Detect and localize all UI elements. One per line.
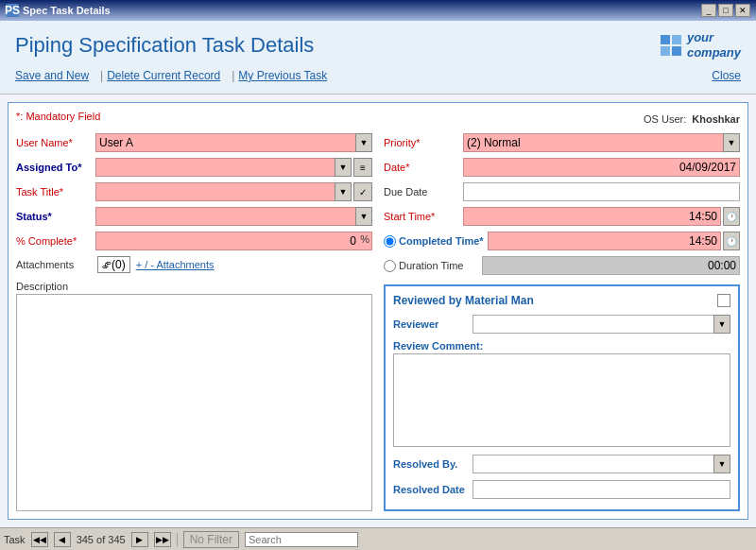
start-time-row: Start Time* 🕐 [384,207,740,226]
description-textarea[interactable] [16,294,372,511]
task-title-check-button[interactable]: ✓ [353,182,372,201]
priority-input[interactable] [463,133,740,152]
review-comment-textarea[interactable] [393,353,730,447]
attachments-row: Attachments 🖇(0) + / - Attachments [16,256,372,273]
reviewer-dropdown: ▼ [472,315,730,334]
reviewer-input[interactable] [472,315,730,334]
window-title: Spec Task Details [23,5,111,16]
close-button[interactable]: Close [712,69,741,82]
attach-count: 🖇(0) [97,256,130,273]
status-dropdown: ▼ [95,207,372,226]
os-user-value: Khoshkar [692,113,740,125]
duration-time-label: Duration Time [399,260,463,271]
duration-time-row: Duration Time [384,256,740,275]
header-area: Piping Specification Task Details yourco… [0,21,756,95]
user-name-input[interactable] [95,133,372,152]
form-area: *: Mandatory Field OS User: Khoshkar Use… [0,95,756,527]
duration-time-radio[interactable] [384,260,396,272]
attach-link[interactable]: + / - Attachments [136,259,215,270]
review-panel: Reviewed by Material Man Reviewer ▼ [384,284,740,511]
due-date-label: Due Date [384,186,459,198]
logo-cell-2 [672,35,681,44]
start-time-wrapper: 🕐 [463,207,740,226]
attachments-label: Attachments [16,259,92,270]
status-input[interactable] [95,207,372,226]
date-row: Date* [384,158,740,177]
status-row: Status* ▼ [16,207,372,226]
logo-cell-1 [661,35,670,44]
resolved-by-row: Resolved By. ▼ [393,455,730,473]
review-title-row: Reviewed by Material Man [393,294,730,307]
assigned-to-row: Assigned To* ▼ ≡ [16,158,372,177]
window-controls: _ □ ✕ [701,4,750,17]
status-label: Status* [16,211,92,222]
resolved-by-input[interactable] [472,455,730,473]
description-label: Description [16,281,372,292]
company-logo: yourcompany [661,30,741,60]
toolbar: Save and New | Delete Current Record | M… [15,67,741,88]
duration-time-wrapper [482,256,740,275]
due-date-row: Due Date [384,182,740,201]
app-icon: PS [6,4,19,17]
resolved-date-label: Resolved Date [393,484,469,495]
form-panel: *: Mandatory Field OS User: Khoshkar Use… [8,102,748,520]
logo-cell-3 [661,46,670,56]
completed-time-clock[interactable]: 🕐 [723,232,740,250]
completed-time-label: Completed Time* [399,235,484,247]
resolved-by-label: Resolved By. [393,458,469,470]
user-name-row: User Name* ▼ [16,133,372,152]
assigned-to-list-button[interactable]: ≡ [353,158,372,177]
review-comment-section: Review Comment: [393,340,730,447]
logo-grid [661,35,681,56]
date-label: Date* [384,162,459,173]
start-time-label: Start Time* [384,211,459,222]
task-title-row: Task Title* ▼ ✓ [16,182,372,201]
resolved-date-input[interactable] [472,480,730,499]
search-input[interactable] [245,532,358,547]
os-user-label: OS User: [644,113,686,125]
assigned-to-field: ▼ ≡ [95,158,372,177]
start-time-clock[interactable]: 🕐 [723,207,740,226]
duration-time-input[interactable] [482,256,740,275]
minimize-button[interactable]: _ [701,4,716,17]
maximize-button[interactable]: □ [718,4,733,17]
resolved-date-row: Resolved Date [393,480,730,499]
previous-task-button[interactable]: My Previous Task [238,67,335,84]
completed-time-input[interactable] [488,232,721,250]
delete-record-button[interactable]: Delete Current Record [107,67,228,84]
nav-last-button[interactable]: ▶▶ [154,532,171,547]
task-title-field: ▼ ✓ [95,182,372,201]
app-title: Piping Specification Task Details [15,33,314,58]
reviewed-checkbox[interactable] [717,294,730,307]
priority-dropdown: ▼ [463,133,740,152]
percent-complete-input[interactable] [95,232,372,250]
task-title-dropdown: ▼ [95,182,352,201]
priority-label: Priority* [384,137,459,148]
start-time-input[interactable] [463,207,721,226]
percent-complete-row: % Complete* % [16,232,372,250]
due-date-input[interactable] [463,182,740,201]
task-title-input[interactable] [95,182,352,201]
nav-prev-button[interactable]: ◀ [54,532,71,547]
completed-time-radio[interactable] [384,235,396,248]
completed-time-row: Completed Time* 🕐 [384,232,740,250]
completed-time-wrapper: 🕐 [488,232,740,250]
separator-1: | [100,69,103,82]
record-info: 345 of 345 [77,534,126,545]
priority-row: Priority* ▼ [384,133,740,152]
percent-complete-label: % Complete* [16,235,92,247]
date-input[interactable] [463,158,740,177]
percent-sign: % [360,233,369,245]
assigned-to-input[interactable] [95,158,352,177]
main-container: Piping Specification Task Details yourco… [0,21,756,550]
filter-button[interactable]: No Filter [183,531,239,548]
separator [177,533,178,546]
nav-next-button[interactable]: ▶ [131,532,148,547]
task-title-label: Task Title* [16,186,92,198]
nav-first-button[interactable]: ◀◀ [31,532,48,547]
percent-wrapper: % [95,232,372,250]
save-and-new-button[interactable]: Save and New [15,67,96,84]
close-window-button[interactable]: ✕ [735,4,750,17]
user-name-dropdown-wrapper: ▼ [95,133,372,152]
review-title: Reviewed by Material Man [393,294,534,307]
